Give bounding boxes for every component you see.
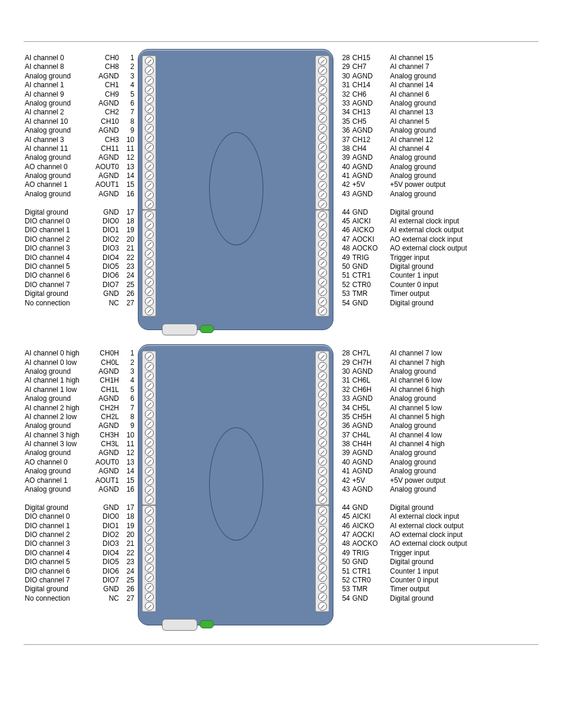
pin-num: 35 — [337, 117, 350, 126]
pin-num: 34 — [337, 108, 350, 117]
pin-code: GND — [352, 594, 388, 603]
pin-label: AI channel 4 high — [390, 440, 537, 449]
screw-terminal-icon — [145, 352, 154, 361]
pin-num: 54 — [337, 299, 350, 308]
pin-num: 21 — [121, 539, 134, 548]
pin-code: CH4L — [352, 431, 388, 440]
pin-label: +5V power output — [390, 476, 537, 485]
pin-code: GND — [352, 262, 388, 271]
pin-label: AI channel 3 — [25, 136, 91, 144]
pin-column-codes-right: CH15CH7AGNDCH14CH6AGNDCH13CH5AGNDCH12CH4… — [352, 54, 388, 308]
pin-label: DIO channel 4 — [25, 253, 91, 262]
screw-terminal-icon — [145, 259, 154, 268]
pin-label: AI channel 11 — [25, 144, 91, 153]
screw-terminal-icon — [318, 535, 327, 544]
pin-num: 42 — [337, 180, 350, 189]
pin-code: GND — [352, 299, 388, 308]
screw-terminal-icon — [145, 57, 154, 65]
pin-label: Timer output — [390, 585, 537, 594]
screw-terminal-icon — [145, 249, 154, 258]
page: AI channel 0AI channel 8Analog groundAI … — [0, 0, 562, 719]
bottom-rule — [24, 644, 538, 645]
screw-terminal-icon — [318, 162, 327, 170]
pin-label: AI channel 15 — [390, 54, 537, 62]
screw-terminal-icon — [145, 573, 154, 582]
screw-terminal-icon — [145, 602, 154, 611]
screw-terminal-icon — [318, 268, 327, 277]
pin-num: 14 — [121, 172, 134, 180]
pin-label: Analog ground — [390, 467, 537, 476]
pin-code: CTR1 — [352, 271, 388, 280]
pin-num: 40 — [337, 458, 350, 467]
pin-label: AI channel 6 high — [390, 386, 537, 394]
screw-terminal-icon — [145, 268, 154, 277]
pin-num: 27 — [121, 299, 134, 308]
pin-label: Digital ground — [390, 299, 537, 308]
pin-code: CH6L — [352, 376, 388, 385]
screw-terminal-icon — [318, 57, 327, 65]
status-led-icon — [200, 325, 214, 333]
pin-code: AGND — [91, 99, 119, 108]
screw-terminal-column — [315, 55, 329, 210]
pin-num: 1 — [121, 54, 134, 62]
pin-label: Analog ground — [390, 458, 537, 467]
pin-code: GND — [91, 585, 119, 594]
pin-label: DIO channel 5 — [25, 558, 91, 566]
pin-code: CH3 — [91, 136, 119, 144]
pin-num: 10 — [121, 431, 134, 440]
pin-label: Analog ground — [25, 485, 91, 494]
pin-num: 34 — [337, 404, 350, 413]
pin-label: AI channel 1 high — [25, 376, 91, 385]
pin-label: Analog ground — [390, 126, 537, 135]
pin-label: AI external clock input — [390, 217, 537, 226]
pin-label: AI channel 4 low — [390, 431, 537, 440]
pin-label: DIO channel 0 — [25, 512, 91, 521]
screw-terminal-icon — [145, 467, 154, 476]
pin-code: AGND — [91, 394, 119, 403]
status-led-icon — [200, 620, 214, 628]
pin-code: CH2L — [91, 413, 119, 421]
pin-code: AGND — [352, 99, 388, 108]
screw-terminal-icon — [145, 419, 154, 428]
pin-num: 36 — [337, 126, 350, 135]
pin-num: 47 — [337, 531, 350, 539]
pin-label: AI channel 10 — [25, 117, 91, 126]
pin-code: CH7H — [352, 358, 388, 367]
pin-num: 54 — [337, 594, 350, 603]
pin-label: AO channel 1 — [25, 180, 91, 189]
pin-num: 7 — [121, 404, 134, 413]
screw-terminal-icon — [145, 410, 154, 419]
pin-label: AI channel 2 — [25, 108, 91, 117]
board-body — [138, 49, 333, 330]
pin-num: 49 — [337, 253, 350, 262]
screw-terminal-icon — [318, 211, 327, 220]
pin-label: Counter 0 input — [390, 576, 537, 585]
pin-num: 38 — [337, 144, 350, 153]
pin-code: CH10 — [91, 117, 119, 126]
pin-label: AI channel 7 low — [390, 349, 537, 358]
pin-label: Digital ground — [390, 503, 537, 512]
pin-code: TRIG — [352, 253, 388, 262]
pin-code: GND — [91, 503, 119, 512]
pin-label: Trigger input — [390, 253, 537, 262]
pin-label: Digital ground — [390, 262, 537, 271]
pin-code: AICKI — [352, 512, 388, 521]
pin-label: Analog ground — [390, 190, 537, 199]
screw-terminal-icon — [318, 307, 327, 315]
pin-code: AOUT1 — [91, 180, 119, 189]
pin-label: AI channel 13 — [390, 108, 537, 117]
screw-terminal-icon — [145, 66, 154, 75]
screw-terminal-icon — [145, 230, 154, 239]
pin-num: 13 — [121, 163, 134, 172]
screw-terminal-icon — [318, 249, 327, 258]
pin-label: AO channel 0 — [25, 458, 91, 467]
screw-terminal-icon — [145, 371, 154, 380]
screw-terminal-icon — [145, 95, 154, 104]
pin-code: CH3L — [91, 440, 119, 449]
screw-terminal-icon — [145, 297, 154, 306]
connector-tab — [162, 324, 197, 335]
top-rule — [24, 41, 538, 42]
screw-terminal-icon — [318, 220, 327, 229]
pin-code: AGND — [352, 421, 388, 430]
screw-terminal-icon — [318, 85, 327, 94]
